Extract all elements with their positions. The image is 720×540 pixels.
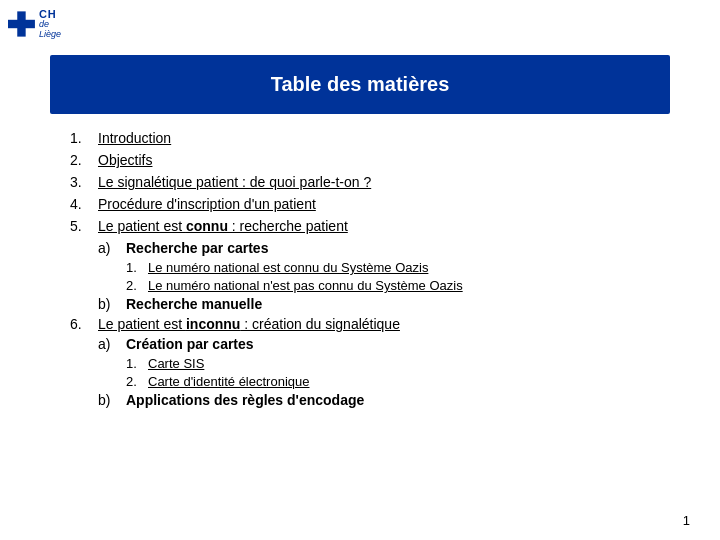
list-item-text: Introduction: [98, 130, 171, 146]
item6-bold: inconnu: [186, 316, 240, 332]
item5-subsection: a) Recherche par cartes 1. Le numéro nat…: [98, 240, 670, 312]
sub-list-6a: a) Création par cartes: [98, 336, 670, 352]
list-num: 5.: [70, 218, 98, 234]
sub-label-6a: a): [98, 336, 126, 352]
sub-list-6b: b) Applications des règles d'encodage: [98, 392, 670, 408]
list-item-text: Le signalétique patient : de quoi parle-…: [98, 174, 371, 190]
sub-item-text-a: Recherche par cartes: [126, 240, 268, 256]
item5-text-after: : recherche patient: [228, 218, 348, 234]
sub-sub-num: 2.: [126, 278, 148, 293]
sub-sub-item: 1. Le numéro national est connu du Systè…: [126, 260, 670, 275]
content-area: 1. Introduction 2. Objectifs 3. Le signa…: [70, 130, 670, 412]
sub-list-a: a) Recherche par cartes: [98, 240, 670, 256]
item6-num: 6.: [70, 316, 98, 332]
sub-sub-list-a: 1. Le numéro national est connu du Systè…: [126, 260, 670, 293]
sub-label-6b: b): [98, 392, 126, 408]
list-item-text: Objectifs: [98, 152, 152, 168]
item5-text-before: Le patient est: [98, 218, 186, 234]
item5-bold: connu: [186, 218, 228, 234]
sub-sub-num: 1.: [126, 260, 148, 275]
item6-text: Le patient est inconnu : création du sig…: [98, 316, 400, 332]
list-num: 2.: [70, 152, 98, 168]
sub-sub-item: 2. Le numéro national n'est pas connu du…: [126, 278, 670, 293]
list-num: 3.: [70, 174, 98, 190]
sub-sub-text: Le numéro national n'est pas connu du Sy…: [148, 278, 463, 293]
item6-container: 6. Le patient est inconnu : création du …: [70, 316, 670, 332]
sub-list-item-6b: b) Applications des règles d'encodage: [98, 392, 670, 408]
list-num: 1.: [70, 130, 98, 146]
sub-label-a: a): [98, 240, 126, 256]
sub-list-item-6a: a) Création par cartes: [98, 336, 670, 352]
title-banner: Table des matières: [50, 55, 670, 114]
page-number: 1: [683, 513, 690, 528]
list-num: 4.: [70, 196, 98, 212]
list-item-text-5: Le patient est connu : recherche patient: [98, 218, 348, 234]
sub-sub-item: 1. Carte SIS: [126, 356, 670, 371]
list-item: 3. Le signalétique patient : de quoi par…: [70, 174, 670, 190]
sub-list-b: b) Recherche manuelle: [98, 296, 670, 312]
svg-rect-1: [8, 20, 35, 28]
list-item: 5. Le patient est connu : recherche pati…: [70, 218, 670, 234]
sub-list-item-a: a) Recherche par cartes: [98, 240, 670, 256]
sub-sub-text: Le numéro national est connu du Système …: [148, 260, 428, 275]
sub-label-b: b): [98, 296, 126, 312]
list-item: 4. Procédure d'inscription d'un patient: [70, 196, 670, 212]
sub-sub-text: Carte d'identité électronique: [148, 374, 309, 389]
main-list: 1. Introduction 2. Objectifs 3. Le signa…: [70, 130, 670, 234]
sub-item-text-6a: Création par cartes: [126, 336, 254, 352]
chu-cross-icon: [8, 9, 35, 39]
sub-item-text-6b: Applications des règles d'encodage: [126, 392, 364, 408]
list-item: 1. Introduction: [70, 130, 670, 146]
page-title: Table des matières: [271, 73, 450, 95]
sub-sub-list-6a: 1. Carte SIS 2. Carte d'identité électro…: [126, 356, 670, 389]
sub-sub-num: 1.: [126, 356, 148, 371]
sub-list-item-b: b) Recherche manuelle: [98, 296, 670, 312]
sub-sub-num: 2.: [126, 374, 148, 389]
sub-sub-item: 2. Carte d'identité électronique: [126, 374, 670, 389]
list-item: 2. Objectifs: [70, 152, 670, 168]
item6-text-after: : création du signalétique: [240, 316, 400, 332]
logo-subtitle: de Liège: [39, 20, 68, 40]
list-item-text: Procédure d'inscription d'un patient: [98, 196, 316, 212]
item6-text-before: Le patient est: [98, 316, 186, 332]
sub-item-text-b: Recherche manuelle: [126, 296, 262, 312]
item6-subsection: a) Création par cartes 1. Carte SIS 2. C…: [98, 336, 670, 408]
sub-sub-text: Carte SIS: [148, 356, 204, 371]
logo: CH de Liège: [8, 8, 68, 48]
